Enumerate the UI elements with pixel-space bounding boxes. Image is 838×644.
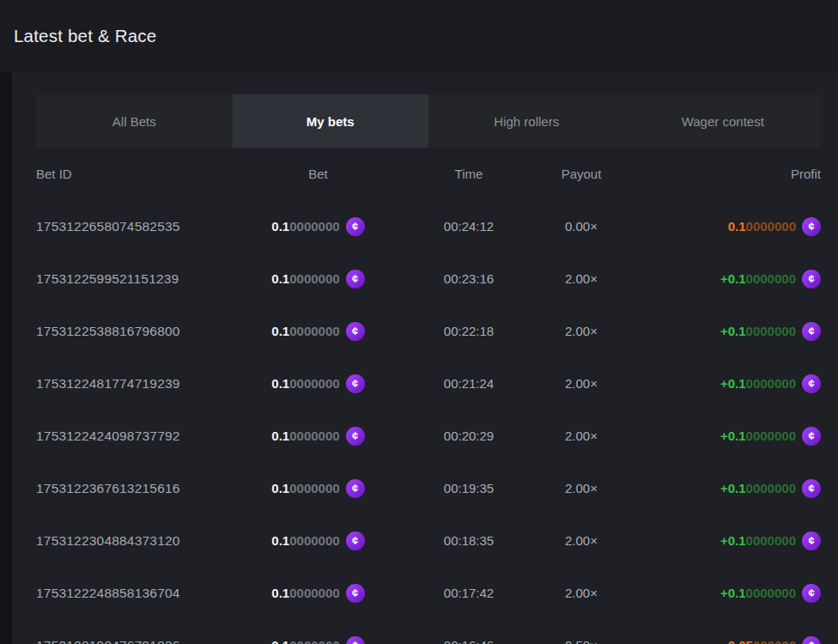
bet-profit-main: +0.1 bbox=[720, 481, 746, 495]
bet-payout: 2.00× bbox=[531, 533, 631, 548]
bet-time: 00:21:24 bbox=[406, 376, 531, 391]
bet-amount-main: 0.1 bbox=[271, 219, 289, 234]
bet-id-value: 1753122599521151239 bbox=[36, 271, 230, 287]
bet-profit-zeros: 0000000 bbox=[746, 376, 796, 391]
bet-payout: 2.00× bbox=[531, 481, 631, 495]
bet-profit-zeros: 0000000 bbox=[746, 586, 796, 600]
bet-amount-main: 0.1 bbox=[271, 271, 289, 286]
table-row[interactable]: 1753122481774719239 0.10000000 ¢ 00:21:2… bbox=[36, 357, 821, 410]
crypto-coin-icon: ¢ bbox=[802, 532, 821, 550]
crypto-coin-icon: ¢ bbox=[802, 322, 821, 341]
crypto-coin-icon: ¢ bbox=[346, 374, 365, 393]
bet-amount-main: 0.1 bbox=[271, 324, 289, 338]
bet-profit-zeros: 0000000 bbox=[746, 481, 796, 495]
bet-profit-zeros: 0000000 bbox=[746, 271, 796, 286]
crypto-coin-icon: ¢ bbox=[802, 636, 821, 644]
bet-amount: 0.10000000 ¢ bbox=[271, 479, 364, 498]
bet-profit-zeros: 0000000 bbox=[746, 324, 796, 338]
header-profit: Profit bbox=[631, 167, 821, 181]
bet-id-value: 1753122367613215616 bbox=[36, 481, 230, 496]
crypto-coin-icon: ¢ bbox=[802, 427, 821, 446]
bet-profit: 0.10000000 ¢ bbox=[728, 217, 821, 236]
table-row[interactable]: 1753122304884373120 0.10000000 ¢ 00:18:3… bbox=[36, 514, 821, 567]
crypto-coin-icon: ¢ bbox=[346, 427, 365, 446]
bet-profit: +0.10000000 ¢ bbox=[720, 532, 821, 550]
bet-amount: 0.10000000 ¢ bbox=[271, 636, 364, 644]
crypto-coin-icon: ¢ bbox=[346, 322, 365, 341]
bet-amount-zeros: 0000000 bbox=[289, 481, 339, 495]
table-row[interactable]: 1753122367613215616 0.10000000 ¢ 00:19:3… bbox=[36, 462, 821, 514]
bet-amount: 0.10000000 ¢ bbox=[271, 532, 364, 550]
table-row[interactable]: 1753122424098737792 0.10000000 ¢ 00:20:2… bbox=[36, 410, 821, 462]
bet-profit: +0.10000000 ¢ bbox=[720, 374, 821, 393]
bet-amount-main: 0.1 bbox=[271, 586, 289, 600]
bet-amount-zeros: 0000000 bbox=[289, 428, 339, 443]
bet-profit-main: 0.05 bbox=[728, 638, 753, 644]
bet-profit-zeros: 0000000 bbox=[746, 219, 796, 234]
header-time: Time bbox=[406, 167, 531, 181]
page-title: Latest bet & Race bbox=[0, 26, 156, 46]
crypto-coin-icon: ¢ bbox=[802, 479, 821, 498]
bet-id-value: 1753122658074582535 bbox=[36, 219, 230, 234]
bet-amount-zeros: 0000000 bbox=[289, 324, 339, 338]
bet-amount-zeros: 0000000 bbox=[289, 638, 339, 644]
bet-time: 00:18:35 bbox=[406, 533, 531, 548]
table-row[interactable]: 1753122248858136704 0.10000000 ¢ 00:17:4… bbox=[36, 567, 821, 619]
bet-amount-main: 0.1 bbox=[271, 376, 289, 391]
bet-profit-zeros: 000000 bbox=[753, 638, 796, 644]
bet-amount-main: 0.1 bbox=[271, 481, 289, 495]
bet-amount-main: 0.1 bbox=[271, 638, 289, 644]
table-row[interactable]: 1753122538816796800 0.10000000 ¢ 00:22:1… bbox=[36, 305, 821, 357]
crypto-coin-icon: ¢ bbox=[346, 636, 365, 644]
tab-wager-contest[interactable]: Wager contest bbox=[625, 94, 822, 148]
crypto-coin-icon: ¢ bbox=[802, 374, 821, 393]
bet-payout: 0.50× bbox=[531, 638, 631, 644]
header-bet-id: Bet ID bbox=[36, 167, 230, 181]
bet-profit: +0.10000000 ¢ bbox=[720, 479, 821, 498]
bet-amount-zeros: 0000000 bbox=[289, 376, 339, 391]
bet-payout: 2.00× bbox=[531, 376, 631, 391]
crypto-coin-icon: ¢ bbox=[346, 584, 365, 603]
bet-time: 00:24:12 bbox=[406, 219, 531, 234]
bet-payout: 2.00× bbox=[531, 586, 631, 600]
bet-amount: 0.10000000 ¢ bbox=[271, 374, 364, 393]
bet-amount: 0.10000000 ¢ bbox=[271, 584, 364, 603]
bet-amount: 0.10000000 ¢ bbox=[271, 217, 364, 236]
header-bet: Bet bbox=[230, 167, 406, 181]
bet-time: 00:22:18 bbox=[406, 324, 531, 338]
table-header-row: Bet ID Bet Time Payout Profit bbox=[36, 148, 821, 200]
crypto-coin-icon: ¢ bbox=[802, 584, 821, 603]
bet-profit-main: 0.1 bbox=[728, 219, 746, 234]
bet-time: 00:16:46 bbox=[406, 638, 531, 644]
bet-profit-zeros: 0000000 bbox=[746, 428, 796, 443]
bet-profit-main: +0.1 bbox=[720, 586, 746, 600]
table-row[interactable]: 1753122190476791936 0.10000000 ¢ 00:16:4… bbox=[36, 619, 821, 644]
bet-amount: 0.10000000 ¢ bbox=[271, 427, 364, 446]
tab-my-bets[interactable]: My bets bbox=[233, 94, 429, 148]
bets-tabbar: All Bets My bets High rollers Wager cont… bbox=[36, 94, 821, 148]
tab-all-bets[interactable]: All Bets bbox=[36, 94, 233, 148]
bet-payout: 2.00× bbox=[531, 271, 631, 286]
table-row[interactable]: 1753122599521151239 0.10000000 ¢ 00:23:1… bbox=[36, 252, 821, 305]
bet-profit: +0.10000000 ¢ bbox=[720, 584, 821, 603]
bet-profit-zeros: 0000000 bbox=[746, 533, 796, 548]
crypto-coin-icon: ¢ bbox=[346, 217, 365, 236]
bet-id-value: 1753122424098737792 bbox=[36, 428, 230, 444]
bet-profit-main: +0.1 bbox=[720, 428, 746, 443]
bet-profit-main: +0.1 bbox=[720, 271, 746, 286]
bet-payout: 2.00× bbox=[531, 428, 631, 443]
bet-time: 00:20:29 bbox=[406, 428, 531, 443]
page-header: Latest bet & Race bbox=[0, 0, 838, 72]
bet-amount-zeros: 0000000 bbox=[289, 533, 339, 548]
tab-high-rollers[interactable]: High rollers bbox=[428, 94, 625, 148]
table-row[interactable]: 1753122658074582535 0.10000000 ¢ 00:24:1… bbox=[36, 200, 821, 252]
bet-payout: 0.00× bbox=[531, 219, 631, 234]
bet-profit-main: +0.1 bbox=[720, 376, 746, 391]
bet-amount: 0.10000000 ¢ bbox=[271, 322, 364, 341]
bet-profit: +0.10000000 ¢ bbox=[720, 427, 821, 446]
header-payout: Payout bbox=[531, 167, 631, 181]
bet-payout: 2.00× bbox=[531, 324, 631, 338]
bet-id-value: 1753122538816796800 bbox=[36, 324, 230, 339]
bet-amount-main: 0.1 bbox=[271, 533, 289, 548]
bets-table-body: 1753122658074582535 0.10000000 ¢ 00:24:1… bbox=[36, 200, 821, 644]
